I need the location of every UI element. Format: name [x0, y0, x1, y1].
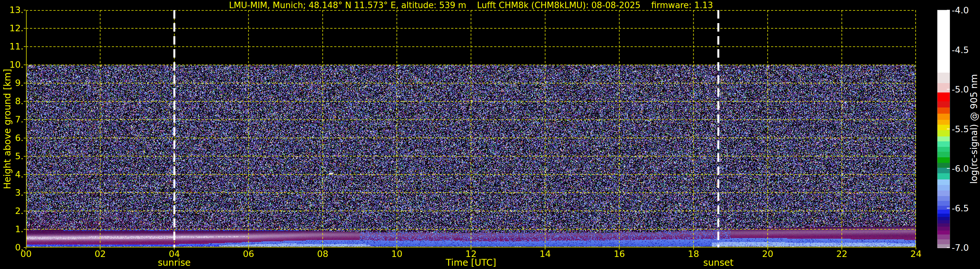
y-tick-mark: [24, 138, 25, 138]
y-tick-mark: [24, 46, 25, 47]
colorbar-segment: [937, 136, 950, 141]
x-tick-mark: [693, 248, 694, 250]
colorbar-segment: [937, 223, 950, 227]
colorbar-segment: [937, 179, 950, 185]
y-tick-mark: [24, 119, 25, 120]
y-tick-label: 6.: [0, 133, 24, 143]
x-tick-mark: [545, 248, 546, 250]
colorbar-segment: [937, 83, 950, 93]
x-tick-label: 24: [901, 250, 931, 258]
y-tick-mark: [24, 101, 25, 102]
y-tick-label: 2.: [0, 207, 24, 215]
y-tick-label: 10.: [0, 60, 24, 69]
colorbar-segment: [937, 239, 950, 244]
colorbar-tick-mark: [947, 50, 950, 50]
y-tick-mark: [24, 211, 25, 211]
y-tick-label: 5.: [0, 152, 24, 160]
colorbar-segment: [937, 157, 950, 163]
x-tick-label: 20: [753, 250, 783, 258]
x-tick-label: 12: [457, 250, 485, 258]
y-tick-mark: [24, 174, 25, 175]
colorbar-segment: [937, 217, 950, 220]
y-tick-mark: [24, 64, 25, 65]
x-tick-label: 06: [234, 250, 263, 258]
x-tick-label: 22: [827, 250, 856, 258]
y-tick-label: 12.: [0, 24, 24, 32]
x-tick-mark: [174, 248, 175, 250]
y-tick-label: 1.: [0, 225, 24, 234]
colorbar-segment: [937, 201, 950, 206]
y-tick-mark: [24, 83, 25, 83]
colorbar-segment: [937, 210, 950, 214]
x-tick-mark: [25, 248, 26, 250]
colorbar-tick-label: -4.5: [952, 46, 969, 54]
colorbar-segment: [937, 220, 950, 223]
x-tick-mark: [842, 248, 842, 250]
y-tick-mark: [24, 10, 25, 10]
colorbar-segment: [937, 147, 950, 152]
colorbar-tick-label: -6.5: [952, 204, 969, 213]
colorbar-segment: [937, 101, 950, 107]
colorbar-segment: [937, 114, 950, 120]
page-title: LMU-MIM, Munich; 48.148° N 11.573° E, al…: [26, 1, 916, 10]
colorbar-segment: [937, 93, 950, 101]
y-tick-label: 4.: [0, 170, 24, 179]
x-tick-label: 00: [11, 250, 41, 258]
colorbar-segment: [937, 196, 950, 201]
colorbar-segment: [937, 231, 950, 234]
y-tick-mark: [24, 156, 25, 157]
colorbar-segment: [937, 130, 950, 136]
sunset-annotation: sunset: [703, 258, 733, 267]
y-tick-mark: [24, 192, 25, 193]
y-tick-label: 13.: [0, 6, 24, 14]
x-tick-label: 16: [605, 250, 634, 258]
x-tick-label: 14: [530, 250, 560, 258]
y-tick-label: 3.: [0, 188, 24, 197]
colorbar-segment: [937, 163, 950, 168]
x-tick-label: 04: [160, 250, 189, 258]
colorbar-segment: [937, 107, 950, 114]
x-tick-mark: [767, 248, 768, 250]
colorbar-segment: [937, 125, 950, 130]
x-tick-label: 10: [382, 250, 412, 258]
colorbar-tick-mark: [947, 208, 950, 208]
x-tick-mark: [396, 248, 397, 250]
colorbar-tick-mark: [947, 10, 950, 10]
colorbar-tick-mark: [947, 168, 950, 169]
colorbar-segment: [937, 214, 950, 217]
y-tick-label: 9.: [0, 78, 24, 87]
colorbar-segment: [937, 120, 950, 125]
ceilometer-quicklook-figure: LMU-MIM, Munich; 48.148° N 11.573° E, al…: [0, 0, 980, 269]
y-tick-mark: [24, 229, 25, 230]
colorbar-segment: [937, 185, 950, 191]
colorbar-tick-label: -4.0: [952, 6, 969, 14]
colorbar-tick-label: -5.5: [952, 125, 969, 133]
colorbar-tick-label: -7.0: [952, 243, 969, 252]
colorbar-tick-label: -6.0: [952, 164, 969, 173]
colorbar-segment: [937, 234, 950, 239]
x-tick-label: 18: [679, 250, 708, 258]
x-tick-label: 08: [308, 250, 337, 258]
x-tick-mark: [916, 248, 916, 250]
x-tick-mark: [248, 248, 249, 250]
x-tick-label: 02: [86, 250, 115, 258]
x-tick-mark: [619, 248, 619, 250]
colorbar-segment: [937, 152, 950, 157]
colorbar-segment: [937, 73, 950, 83]
colorbar-segment: [937, 227, 950, 231]
y-tick-label: 7.: [0, 115, 24, 124]
x-tick-mark: [471, 248, 471, 250]
x-tick-mark: [323, 248, 323, 250]
colorbar-segment: [937, 141, 950, 147]
sunrise-annotation: sunrise: [158, 258, 191, 267]
x-axis-label: Time [UTC]: [446, 258, 496, 267]
colorbar-label: log(rc-signal) @ 905 nm: [969, 74, 979, 184]
colorbar-segment: [937, 191, 950, 196]
colorbar-tick-mark: [947, 247, 950, 248]
colorbar-segment: [937, 173, 950, 179]
heatmap-plot-canvas: [26, 10, 916, 248]
colorbar-tick-mark: [947, 129, 950, 129]
colorbar-tick-label: -5.0: [952, 85, 969, 94]
y-tick-label: 11.: [0, 42, 24, 51]
y-tick-label: 8.: [0, 97, 24, 106]
